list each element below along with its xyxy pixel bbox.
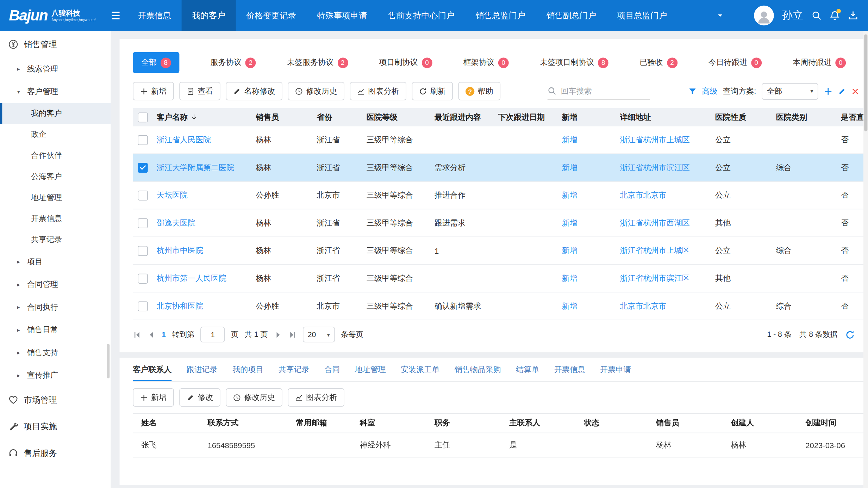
cell-address[interactable]: 浙江省杭州市滨江区 [616,162,711,172]
contact-history-button[interactable]: 修改历史 [226,388,282,407]
nav-item-special-matters[interactable]: 特殊事项申请 [307,0,377,31]
row-checkbox[interactable] [138,218,148,228]
sort-desc-icon[interactable] [191,113,198,121]
download-icon[interactable] [848,11,858,20]
sidebar-item-invoicing-info[interactable]: 开票信息 [0,208,111,229]
row-checkbox[interactable] [138,135,148,145]
row-checkbox[interactable] [138,246,148,255]
search-input[interactable] [560,86,642,96]
cell-add[interactable]: 新增 [558,162,616,172]
search-icon[interactable] [812,11,822,20]
detail-tab-sales-item-purchases[interactable]: 销售物品采购 [455,358,501,381]
sidebar-item-contract-management[interactable]: ▸合同管理 [0,273,111,296]
cell-customer-name[interactable]: 邵逸夫医院 [153,218,252,228]
add-scheme-icon[interactable] [824,87,832,95]
goto-page-input[interactable] [201,327,225,342]
last-page-button[interactable] [288,331,297,339]
detail-tab-contacts[interactable]: 客户联系人 [133,358,171,381]
avatar[interactable] [754,6,774,26]
table-row[interactable]: 浙江大学附属第二医院杨林浙江省三级甲等综合需求分析新增浙江省杭州市滨江区公立综合… [133,154,868,182]
cell-add[interactable]: 新增 [558,218,616,228]
row-checkbox[interactable] [138,190,148,200]
sidebar-item-projects[interactable]: ▸项目 [0,251,111,273]
detail-tab-my-projects[interactable]: 我的项目 [232,358,263,381]
first-page-button[interactable] [133,331,141,339]
sidebar-item-customer-management[interactable]: ▾客户管理 [0,80,111,103]
cell-customer-name[interactable]: 杭州市第一人民医院 [153,273,252,283]
cell-add[interactable]: 新增 [558,301,616,311]
chart-analysis-button[interactable]: 图表分析 [350,82,406,100]
column-header-province[interactable]: 省份 [313,112,362,122]
cell-add[interactable]: 新增 [558,273,616,283]
column-header-hospital-category[interactable]: 医院类别 [772,112,837,122]
filter-tab-unsigned-service-agreement[interactable]: 未签服务协议2 [287,57,348,68]
select-all-checkbox[interactable] [138,112,148,122]
row-checkbox[interactable] [138,273,148,283]
nav-item-sales-vp-portal[interactable]: 销售副总门户 [536,0,607,31]
contact-chart-button[interactable]: 图表分析 [288,388,344,407]
sidebar-item-sales-support[interactable]: ▸销售支持 [0,341,111,364]
column-header-salesperson[interactable]: 销售员 [252,112,313,122]
page-size-select[interactable]: 20 ▾ [303,327,335,342]
table-row[interactable]: 邵逸夫医院杨林浙江省三级甲等综合跟进需求新增浙江省杭州市西湖区其他否 [133,209,868,237]
filter-tab-service-agreement[interactable]: 服务协议2 [211,57,256,68]
detail-tab-address-management[interactable]: 地址管理 [355,358,386,381]
refresh-list-icon[interactable] [845,330,855,339]
nav-item-my-customers[interactable]: 我的客户 [182,0,236,31]
sidebar-item-public-pool-customers[interactable]: 公海客户 [0,166,111,187]
detail-tab-settlements[interactable]: 结算单 [516,358,539,381]
table-row[interactable]: 杭州市中医院杨林浙江省三级甲等综合1新增浙江省杭州市上城区公立综合否 [133,237,868,265]
table-row[interactable]: 北京协和医院公孙胜北京市三级甲等综合确认新增需求新增北京市北京市公立综合否 [133,292,868,320]
sidebar-item-leads-management[interactable]: ▸线索管理 [0,57,111,80]
detail-tab-invoicing-info[interactable]: 开票信息 [554,358,585,381]
row-checkbox[interactable] [138,301,148,311]
filter-tab-unsigned-project-agreement[interactable]: 未签项目制协议8 [540,57,608,68]
filter-tab-project-agreement[interactable]: 项目制协议0 [379,57,432,68]
detail-tab-installation-orders[interactable]: 安装派工单 [401,358,439,381]
cell-address[interactable]: 北京市北京市 [616,190,711,200]
sidebar-item-sales-management[interactable]: 销售管理 [0,31,111,57]
cell-customer-name[interactable]: 浙江大学附属第二医院 [153,162,252,172]
filter-tab-accepted[interactable]: 已验收2 [640,57,677,68]
nav-overflow-caret-icon[interactable] [717,12,724,19]
refresh-button[interactable]: 刷新 [412,82,453,100]
sidebar-item-market-management[interactable]: 市场管理 [0,387,111,413]
detail-tab-shared-records[interactable]: 共享记录 [279,358,310,381]
filter-tab-week-followup[interactable]: 本周待跟进0 [793,57,846,68]
help-button[interactable]: ?帮助 [458,82,500,100]
sidebar-scrollbar[interactable] [107,344,110,378]
nav-item-presales-support-portal[interactable]: 售前支持中心门户 [377,0,465,31]
table-row[interactable]: 浙江省人民医院杨林浙江省三级甲等综合新增浙江省杭州市上城区公立否 [133,126,868,154]
cell-address[interactable]: 浙江省杭州市滨江区 [616,273,711,283]
cell-customer-name[interactable]: 天坛医院 [153,190,252,200]
column-header-recent-followup[interactable]: 最近跟进内容 [431,112,494,122]
table-row[interactable]: 天坛医院公孙胜北京市三级甲等综合推进合作新增北京市北京市公立否 [133,182,868,210]
sidebar-item-address-management[interactable]: 地址管理 [0,187,111,208]
sidebar-item-partners[interactable]: 合作伙伴 [0,145,111,166]
filter-tab-framework-agreement[interactable]: 框架协议0 [463,57,509,68]
column-header-next-followup-date[interactable]: 下次跟进日期 [494,112,558,122]
hamburger-menu-icon[interactable]: ☰ [104,9,127,22]
cell-add[interactable]: 新增 [558,135,616,145]
table-row[interactable]: 杭州市第一人民医院杨林浙江省三级甲等综合新增浙江省杭州市滨江区其他否 [133,265,868,292]
page-scrollbar[interactable] [864,34,867,131]
add-contact-button[interactable]: 新增 [133,388,174,407]
cell-customer-name[interactable]: 浙江省人民医院 [153,135,252,145]
edit-contact-button[interactable]: 修改 [179,388,220,407]
cell-address[interactable]: 浙江省杭州市西湖区 [616,218,711,228]
username[interactable]: 孙立 [782,8,803,23]
edit-scheme-icon[interactable] [838,87,846,95]
sidebar-item-project-implementation[interactable]: 项目实施 [0,413,111,440]
column-header-hospital-nature[interactable]: 医院性质 [711,112,772,122]
sidebar-item-gov-enterprise[interactable]: 政企 [0,124,111,145]
nav-item-sales-director-portal[interactable]: 销售总监门户 [465,0,536,31]
modify-history-button[interactable]: 修改历史 [288,82,344,100]
filter-funnel-icon[interactable] [689,87,697,95]
advanced-search-link[interactable]: 高级 [702,86,718,96]
nav-item-price-change-records[interactable]: 价格变更记录 [236,0,307,31]
detail-tab-followup-records[interactable]: 跟进记录 [187,358,218,381]
filter-tab-today-followup[interactable]: 今日待跟进0 [708,57,762,68]
view-button[interactable]: 查看 [179,82,220,100]
cell-address[interactable]: 浙江省杭州市上城区 [616,246,711,255]
sidebar-item-my-customers[interactable]: 我的客户 [0,103,111,124]
